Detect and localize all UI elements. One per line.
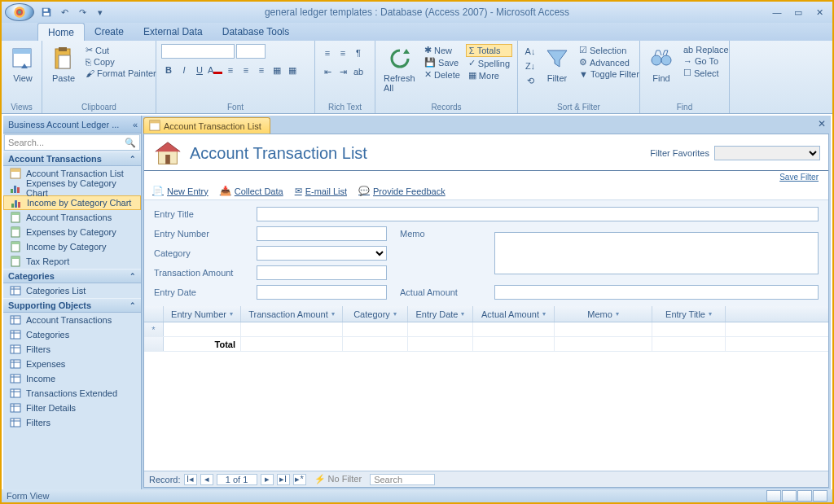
office-button[interactable] [5,3,34,21]
nav-section-categories[interactable]: Categories⌃ [3,269,141,283]
input-entry-number[interactable] [257,226,387,241]
input-entry-title[interactable] [257,207,819,221]
fill-color-button[interactable]: ▦ [285,63,300,77]
nav-item-expenses-by-category-chart[interactable]: Expenses by Category Chart [3,181,141,195]
form-view-button[interactable] [766,490,781,502]
font-size-dropdown[interactable] [236,44,266,59]
align-left-button[interactable]: ≡ [223,63,238,77]
align-center-button[interactable]: ≡ [239,63,253,77]
col-entry-title[interactable]: Entry Title▾ [652,306,726,322]
format-painter-button[interactable]: 🖌Format Painter [83,68,159,79]
nav-item-categories-list[interactable]: Categories List [3,283,141,298]
nav-item-filters[interactable]: Filters [3,342,141,357]
record-search-input[interactable]: Search [370,474,435,485]
undo-icon[interactable]: ↶ [57,5,72,20]
close-button[interactable]: ✕ [810,6,829,19]
nav-section-account-transactions[interactable]: Account Transactions⌃ [3,151,141,166]
replace-button[interactable]: abReplace [681,44,731,55]
save-filter-link[interactable]: Save Filter [779,173,819,182]
redo-icon[interactable]: ↷ [75,5,90,20]
refresh-all-button[interactable]: Refresh All [380,44,419,94]
tab-database-tools[interactable]: Database Tools [213,23,300,41]
text-dir-button[interactable]: ¶ [351,46,366,60]
col-memo[interactable]: Memo▾ [555,306,652,322]
tab-home[interactable]: Home [37,23,85,41]
increase-indent-button[interactable]: ⇥ [336,64,350,79]
input-memo[interactable] [494,232,819,274]
copy-button[interactable]: ⎘Copy [83,56,159,68]
clear-sort-button[interactable]: ⟲ [523,73,538,88]
bullet-list-button[interactable]: ≡ [320,46,335,60]
decrease-indent-button[interactable]: ⇤ [320,64,335,79]
nav-item-categories[interactable]: Categories [3,327,141,342]
grid-corner[interactable] [144,306,164,322]
record-position[interactable]: 1 of 1 [217,474,257,485]
highlight-button[interactable]: ab [351,64,366,79]
last-record-button[interactable]: ▸I [277,474,290,485]
selection-button[interactable]: ☑Selection [577,44,642,56]
nav-item-income[interactable]: Income [3,371,141,386]
restore-button[interactable]: ▭ [788,6,808,19]
align-right-button[interactable]: ≡ [254,63,269,77]
col-actual-amount[interactable]: Actual Amount▾ [473,306,555,322]
doc-tab-account-transaction-list[interactable]: Account Transaction List [143,117,270,134]
save-record-button[interactable]: 💾Save [422,56,463,68]
nav-search-input[interactable]: Search... 🔍 [4,134,140,151]
no-filter-indicator[interactable]: ⚡ No Filter [314,474,362,484]
nav-item-tax-report[interactable]: Tax Report [3,254,141,269]
nav-item-account-transactions[interactable]: Account Transactions [3,313,141,327]
goto-button[interactable]: →Go To [681,55,731,67]
col-entry-number[interactable]: Entry Number▾ [164,306,241,322]
input-transaction-amount[interactable] [257,265,387,280]
find-button[interactable]: Find [645,44,678,85]
view-button[interactable]: View [7,44,39,85]
close-doc-button[interactable]: ✕ [818,118,826,129]
input-actual-amount[interactable] [494,285,819,300]
col-category[interactable]: Category▾ [343,306,408,322]
more-button[interactable]: ▦More [466,69,512,81]
grid-new-row[interactable]: * [144,322,828,337]
tab-external-data[interactable]: External Data [134,23,213,41]
input-entry-date[interactable] [257,285,387,300]
numbered-list-button[interactable]: ≡ [336,46,350,60]
sort-desc-button[interactable]: Z↓ [523,59,538,73]
new-record-button[interactable]: ✱New [422,44,463,56]
totals-button[interactable]: ΣTotals [466,44,512,57]
delete-record-button[interactable]: ✕Delete [422,68,463,81]
first-record-button[interactable]: I◂ [184,474,197,485]
provide-feedback-link[interactable]: 💬Provide Feedback [358,186,446,196]
nav-pane-header[interactable]: Business Account Ledger ... « [3,116,141,134]
collect-data-link[interactable]: 📥Collect Data [220,186,283,196]
filter-favorites-dropdown[interactable] [714,146,820,160]
col-entry-date[interactable]: Entry Date▾ [408,306,473,322]
font-family-dropdown[interactable] [161,44,235,59]
toggle-filter-button[interactable]: ▼Toggle Filter [577,68,642,80]
select-button[interactable]: ☐Select [681,67,731,79]
nav-item-filter-details[interactable]: Filter Details [3,401,141,415]
nav-collapse-icon[interactable]: « [133,120,138,129]
layout-view-button[interactable] [797,490,812,502]
col-transaction-amount[interactable]: Transaction Amount▾ [241,306,343,322]
nav-item-expenses[interactable]: Expenses [3,357,141,371]
tab-create[interactable]: Create [85,23,134,41]
email-list-link[interactable]: ✉E-mail List [295,186,347,196]
input-category[interactable] [257,246,387,261]
filter-button[interactable]: Filter [541,44,573,85]
minimize-button[interactable]: — [767,6,787,19]
paste-button[interactable]: Paste [47,44,80,85]
design-view-button[interactable] [813,490,827,502]
font-color-button[interactable]: A [208,63,222,77]
italic-button[interactable]: I [177,63,191,77]
next-record-button[interactable]: ▸ [261,474,274,485]
nav-item-account-transactions[interactable]: Account Transactions [3,210,141,225]
underline-button[interactable]: U [192,63,207,77]
nav-item-filters[interactable]: Filters [3,415,141,430]
cut-button[interactable]: ✂Cut [83,44,159,56]
nav-item-expenses-by-category[interactable]: Expenses by Category [3,225,141,239]
qat-dropdown-icon[interactable]: ▾ [93,5,108,20]
new-record-nav-button[interactable]: ▸* [293,474,306,485]
nav-item-income-by-category-chart[interactable]: Income by Category Chart [3,195,141,210]
save-icon[interactable] [39,5,54,20]
gridlines-button[interactable]: ▦ [270,63,284,77]
spelling-button[interactable]: ✓Spelling [466,57,512,69]
